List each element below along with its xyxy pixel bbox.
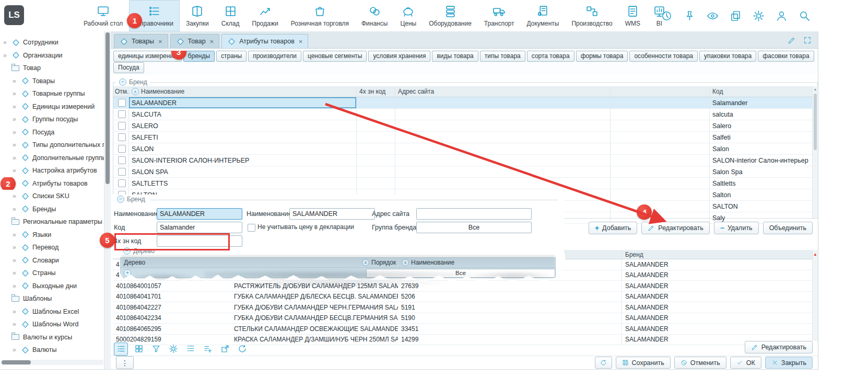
table-row[interactable]: SALON Salon (113, 143, 813, 155)
expander-icon[interactable]: » (13, 141, 18, 149)
product-name-cell[interactable]: ГУБКА САЛАМАНДЕР Д/БЛЕСКА БЕСЦВ. SALAMAN… (231, 292, 398, 302)
name-cell[interactable]: SALON-INTERIOR САЛОН-ИНТЕРЬЕР (129, 155, 357, 166)
sidebar-item[interactable]: » Атрибуты товаров 2 (0, 177, 104, 190)
code-cell[interactable]: Salon (710, 143, 813, 154)
expander-icon[interactable]: » (13, 321, 18, 328)
name-cell[interactable]: SALON (129, 143, 357, 154)
site-cell[interactable] (395, 132, 611, 143)
sidebar-item[interactable]: » Группы посуды (0, 113, 104, 126)
table-row[interactable]: SALTLETTS Saltletts (113, 178, 813, 189)
brand-group-input[interactable]: Все (416, 222, 532, 233)
scrollbar-thumb[interactable] (105, 32, 110, 184)
brand-cell[interactable]: SALAMANDER (621, 270, 813, 281)
barcode-cell[interactable]: 4010864041701 (113, 292, 231, 302)
sidebar-vertical-scrollbar[interactable] (104, 31, 111, 369)
expander-icon[interactable]: » (13, 116, 18, 123)
brand-table-scrollbar[interactable]: ▲ (812, 86, 818, 218)
nav-item[interactable]: Производство (565, 0, 618, 31)
table-row[interactable]: 4010864001057 РАСТЯЖИТЕЛЬ Д/ОБУВИ САЛАМА… (113, 281, 813, 292)
pencil-icon[interactable] (788, 36, 796, 44)
eye-icon[interactable] (707, 10, 719, 22)
row-checkbox[interactable] (118, 145, 126, 153)
name-cell[interactable]: SALAMANDER (129, 97, 357, 108)
add-list-button[interactable] (201, 343, 214, 355)
subtab[interactable]: виды товара (432, 51, 478, 62)
settings-button[interactable] (167, 343, 180, 355)
table-row[interactable]: SALON-INTERIOR САЛОН-ИНТЕРЬЕР SALON-inte… (113, 155, 813, 166)
sidebar-item[interactable]: » Дополнительные группы (0, 152, 104, 165)
sort-asc-icon[interactable]: ∧ (132, 88, 139, 95)
clock-icon[interactable] (661, 10, 673, 22)
refresh-button[interactable] (595, 357, 612, 369)
brand-cell[interactable]: SALAMANDER (621, 302, 813, 313)
nav-item[interactable]: Оборудование (423, 0, 478, 31)
subtab[interactable]: сорта товара (527, 51, 574, 62)
subtab[interactable]: бренды 3 (183, 51, 215, 62)
expander-icon[interactable]: » (13, 346, 18, 353)
expander-icon[interactable]: » (13, 269, 18, 277)
nav-item[interactable]: Финансы (355, 0, 394, 31)
tab-close-icon[interactable]: × (210, 38, 214, 45)
more-menu-button[interactable]: ⋮ (116, 356, 134, 369)
order-cell[interactable]: 5206 (398, 292, 476, 302)
copy-icon[interactable] (730, 10, 742, 22)
save-button[interactable]: Сохранить (616, 357, 671, 369)
order-cell[interactable]: 14299 (398, 335, 476, 345)
code-cell[interactable]: SALTON (710, 201, 813, 212)
code-input[interactable]: Salamander (157, 222, 242, 233)
subtab[interactable]: особенности товара (629, 51, 698, 62)
code4-cell[interactable] (357, 143, 395, 154)
name2-input[interactable]: SALAMANDER (289, 208, 375, 220)
expander-icon[interactable]: » (3, 39, 9, 46)
name1-input[interactable]: SALAMANDER (157, 208, 242, 220)
table-row[interactable]: SALAMANDER Salamander (113, 97, 813, 109)
code4-cell[interactable] (357, 132, 395, 143)
code4-cell[interactable] (357, 166, 395, 177)
column-header-order[interactable]: ∧ Порядок (362, 259, 396, 266)
row-checkbox[interactable] (118, 168, 126, 176)
code4-cell[interactable] (357, 109, 395, 120)
nav-item[interactable]: Транспорт (478, 0, 521, 31)
order-cell[interactable]: 33451 (398, 324, 476, 334)
subtab[interactable]: формы товара (576, 51, 628, 62)
column-header-mark[interactable]: Отм. (113, 86, 129, 97)
column-header-tree[interactable]: Дерево (124, 259, 145, 266)
barcode-cell[interactable]: 4010864042227 (113, 302, 231, 313)
row-checkbox[interactable] (118, 133, 126, 141)
name-cell[interactable]: SALCUTA (129, 109, 357, 120)
product-name-cell[interactable]: КРАСКА САЛАМАНДЕР Д/ЗАМШИ/НУБ ЧЕРН 250МЛ… (231, 335, 398, 345)
expander-icon[interactable]: » (13, 192, 18, 200)
nav-item[interactable]: Рабочий стол (77, 0, 129, 31)
collapse-icon[interactable]: − (123, 247, 131, 255)
sidebar-item[interactable]: » Шаблоны Excel (0, 305, 104, 318)
nav-item[interactable]: Склад (215, 0, 246, 31)
site-cell[interactable] (395, 109, 611, 120)
search-icon[interactable] (799, 10, 811, 22)
sidebar-item[interactable]: » Товары (0, 75, 104, 88)
code4-cell[interactable] (357, 120, 395, 131)
name-cell[interactable]: SALFETI (129, 132, 357, 143)
barcode-cell[interactable]: 4010864001057 (113, 281, 231, 291)
expander-icon[interactable]: » (13, 257, 18, 264)
product-name-cell[interactable]: СТЕЛЬКИ САЛАМАНДЕР ОСВЕЖАЮЩИЕ SALAMANDER (231, 324, 398, 334)
merge-button[interactable]: Объединить (763, 222, 813, 234)
product-name-cell[interactable]: ГУБКА Д/ОБУВИ САЛАМАНДЕР ЧЕРН.ГЕРМАНИЯ S… (231, 302, 398, 313)
subtab[interactable]: производители (248, 51, 301, 62)
code4-cell[interactable] (357, 97, 395, 108)
nav-item[interactable]: Закупки (180, 0, 215, 31)
tab-close-icon[interactable]: × (158, 38, 162, 45)
code-cell[interactable]: salcuta (710, 109, 813, 120)
code-cell[interactable]: Salero (710, 120, 813, 131)
tree-table-scrollbar[interactable]: ▲ (812, 250, 818, 341)
subtab[interactable]: упаковки товара (699, 51, 756, 62)
scrollbar-thumb[interactable] (814, 94, 817, 150)
table-row[interactable]: 4010864042234 ГУБКА Д/ОБУВИ САЛАМАНДЕР Б… (113, 313, 813, 324)
name-cell[interactable]: SALON SPA (129, 166, 357, 177)
column-header-brand[interactable]: Бренд (621, 250, 813, 259)
product-name-cell[interactable]: РАСТЯЖИТЕЛЬ Д/ОБУВИ САЛАМАНДЕР 125МЛ SAL… (231, 281, 398, 291)
sidebar-item[interactable]: » Типы дополнительных груп (0, 139, 104, 152)
expander-icon[interactable]: » (13, 282, 18, 290)
subtab[interactable]: страны (216, 51, 247, 62)
code-cell[interactable]: Salton (710, 189, 813, 200)
product-name-cell[interactable]: ГУБКА Д/ОБУВИ САЛАМАНДЕР БЕСЦВ.ГЕРМАНИЯ … (231, 313, 398, 324)
